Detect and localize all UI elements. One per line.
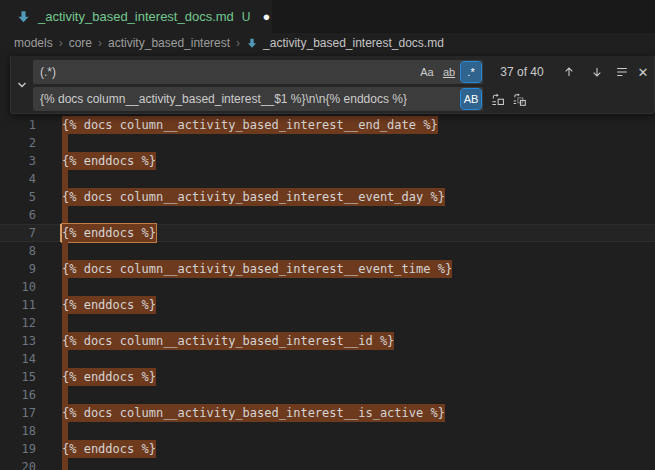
tab-active-file[interactable]: _activity_based_interest_docs.md U ●: [0, 0, 272, 33]
find-results-count: 37 of 40: [489, 60, 555, 84]
tab-title: _activity_based_interest_docs.md: [38, 9, 234, 24]
breadcrumb-item-models[interactable]: models: [14, 36, 53, 50]
current-find-match[interactable]: {% enddocs %}: [62, 224, 156, 242]
modified-dot-icon[interactable]: ●: [263, 12, 271, 22]
line-number[interactable]: 15: [0, 368, 36, 386]
code-line-3[interactable]: 3{% enddocs %}: [0, 152, 655, 170]
breadcrumb-item-core[interactable]: core: [69, 36, 92, 50]
markdown-icon: [246, 37, 258, 49]
preserve-case-toggle[interactable]: AB: [461, 89, 481, 109]
code-text[interactable]: [62, 314, 68, 332]
code-text[interactable]: {% docs column__activity_based_interest_…: [62, 260, 452, 278]
code-text[interactable]: {% enddocs %}: [62, 368, 156, 386]
breadcrumb-file-name: _activity_based_interest_docs.md: [263, 36, 444, 50]
code-line-7[interactable]: 7{% enddocs %}: [0, 224, 655, 242]
code-line-11[interactable]: 11{% enddocs %}: [0, 296, 655, 314]
code-line-4[interactable]: 4: [0, 170, 655, 188]
breadcrumb-item-activity-based-interest[interactable]: activity_based_interest: [108, 36, 230, 50]
close-icon[interactable]: ✕: [633, 62, 653, 82]
line-number[interactable]: 9: [0, 260, 36, 278]
line-number[interactable]: 17: [0, 404, 36, 422]
find-input[interactable]: (.*) Aa ab .*: [33, 60, 483, 84]
line-number[interactable]: 7: [0, 224, 36, 242]
line-number[interactable]: 13: [0, 332, 36, 350]
line-number[interactable]: 12: [0, 314, 36, 332]
next-match-button[interactable]: [587, 62, 607, 82]
replace-input[interactable]: {% docs column__activity_based_interest_…: [33, 87, 483, 111]
code-text[interactable]: [62, 278, 68, 296]
code-line-1[interactable]: 1{% docs column__activity_based_interest…: [0, 116, 655, 134]
line-number[interactable]: 10: [0, 278, 36, 296]
code-text[interactable]: [62, 206, 68, 224]
code-line-18[interactable]: 18: [0, 422, 655, 440]
previous-match-button[interactable]: [559, 62, 579, 82]
breadcrumb: models › core › activity_based_interest …: [0, 33, 655, 52]
code-line-2[interactable]: 2: [0, 134, 655, 152]
tab-bar: _activity_based_interest_docs.md U ●: [0, 0, 655, 33]
code-line-6[interactable]: 6: [0, 206, 655, 224]
code-text[interactable]: {% docs column__activity_based_interest_…: [62, 332, 394, 350]
replace-all-button[interactable]: [509, 89, 529, 109]
line-number[interactable]: 5: [0, 188, 36, 206]
replace-button[interactable]: [487, 89, 507, 109]
editor-pane[interactable]: 1{% docs column__activity_based_interest…: [0, 52, 655, 470]
line-number[interactable]: 11: [0, 296, 36, 314]
code-line-14[interactable]: 14: [0, 350, 655, 368]
code-text[interactable]: {% enddocs %}: [62, 440, 156, 458]
code-line-13[interactable]: 13{% docs column__activity_based_interes…: [0, 332, 655, 350]
line-number[interactable]: 16: [0, 386, 36, 404]
code-line-20[interactable]: 20: [0, 458, 655, 470]
find-replace-widget: (.*) Aa ab .* 37 of 40 ✕ {% docs column_…: [10, 56, 655, 114]
code-line-9[interactable]: 9{% docs column__activity_based_interest…: [0, 260, 655, 278]
regex-toggle[interactable]: .*: [461, 62, 481, 82]
line-number[interactable]: 3: [0, 152, 36, 170]
code-line-5[interactable]: 5{% docs column__activity_based_interest…: [0, 188, 655, 206]
code-text[interactable]: {% docs column__activity_based_interest_…: [62, 188, 445, 206]
code-text[interactable]: {% enddocs %}: [62, 296, 156, 314]
code-line-10[interactable]: 10: [0, 278, 655, 296]
replace-input-value: {% docs column__activity_based_interest_…: [40, 92, 407, 106]
whole-word-toggle[interactable]: ab: [439, 62, 459, 82]
code-text[interactable]: [62, 458, 68, 470]
code-text[interactable]: {% enddocs %}: [62, 152, 156, 170]
chevron-right-icon: ›: [98, 36, 102, 50]
code-line-19[interactable]: 19{% enddocs %}: [0, 440, 655, 458]
code-text[interactable]: [62, 350, 68, 368]
code-line-8[interactable]: 8: [0, 242, 655, 260]
code-text[interactable]: {% docs column__activity_based_interest_…: [62, 404, 445, 422]
line-number[interactable]: 1: [0, 116, 36, 134]
code-text[interactable]: {% docs column__activity_based_interest_…: [62, 116, 438, 134]
code-line-12[interactable]: 12: [0, 314, 655, 332]
code-line-15[interactable]: 15{% enddocs %}: [0, 368, 655, 386]
line-number[interactable]: 19: [0, 440, 36, 458]
find-input-value: (.*): [40, 65, 56, 79]
code-text[interactable]: [62, 242, 68, 260]
markdown-icon: [16, 9, 31, 24]
line-number[interactable]: 18: [0, 422, 36, 440]
match-case-toggle[interactable]: Aa: [417, 62, 437, 82]
line-number[interactable]: 6: [0, 206, 36, 224]
code-text[interactable]: [62, 134, 68, 152]
code-text[interactable]: [62, 422, 68, 440]
code-text[interactable]: [62, 170, 68, 188]
git-status-badge: U: [242, 10, 251, 24]
line-number[interactable]: 8: [0, 242, 36, 260]
line-number[interactable]: 20: [0, 458, 36, 470]
toggle-replace-chevron-icon[interactable]: [11, 56, 32, 113]
find-in-selection-icon[interactable]: [612, 62, 632, 82]
line-number[interactable]: 4: [0, 170, 36, 188]
chevron-right-icon: ›: [59, 36, 63, 50]
line-number[interactable]: 2: [0, 134, 36, 152]
code-text[interactable]: [62, 386, 68, 404]
code-line-17[interactable]: 17{% docs column__activity_based_interes…: [0, 404, 655, 422]
line-number[interactable]: 14: [0, 350, 36, 368]
chevron-right-icon: ›: [236, 36, 240, 50]
breadcrumb-item-file[interactable]: _activity_based_interest_docs.md: [246, 36, 444, 50]
code-line-16[interactable]: 16: [0, 386, 655, 404]
